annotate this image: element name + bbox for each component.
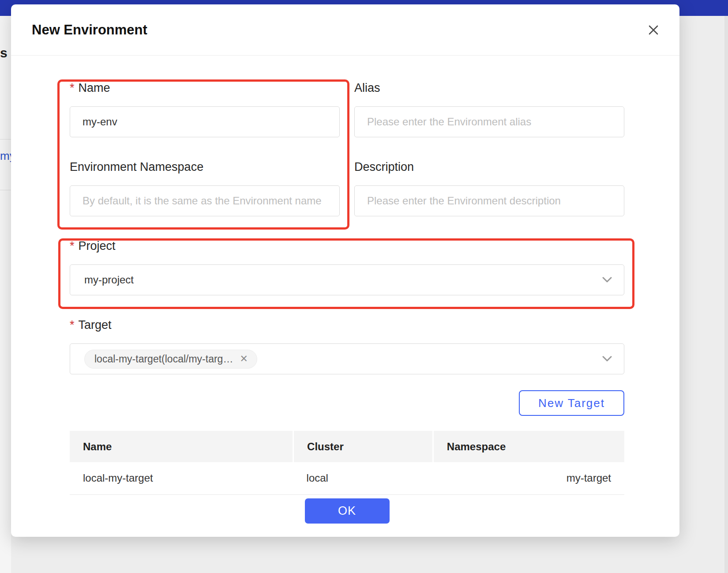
- modal-header: New Environment: [11, 4, 679, 56]
- chevron-down-icon: [602, 356, 612, 362]
- background-page: [0, 16, 11, 573]
- project-selected-value: my-project: [84, 274, 134, 286]
- target-label: *Target: [70, 318, 624, 332]
- modal-title: New Environment: [32, 22, 147, 38]
- required-asterisk: *: [70, 239, 75, 253]
- table-cell-cluster: local: [293, 462, 433, 494]
- modal-body: *Name Alias Environment Namespace Descri…: [11, 56, 679, 524]
- target-tag: local-my-target(local/my-targ… ✕: [84, 350, 257, 369]
- new-environment-modal: New Environment *Name Alias Environment …: [11, 4, 679, 537]
- new-target-button[interactable]: New Target: [519, 390, 624, 416]
- description-input[interactable]: [354, 185, 624, 216]
- chevron-down-icon: [602, 277, 612, 283]
- background-divider: [0, 190, 11, 190]
- target-tag-label: local-my-target(local/my-targ…: [94, 353, 233, 365]
- scrollbar[interactable]: [724, 16, 728, 573]
- table-cell-namespace: my-target: [433, 462, 624, 494]
- name-input[interactable]: [70, 106, 340, 137]
- environment-namespace-label-text: Environment Namespace: [70, 160, 203, 173]
- project-label: *Project: [70, 239, 624, 253]
- name-label-text: Name: [79, 81, 110, 94]
- description-field-group: Description: [354, 160, 624, 216]
- table-cell-name: local-my-target: [70, 462, 293, 494]
- actions-row: New Target: [70, 390, 624, 416]
- table-header-namespace: Namespace: [433, 431, 624, 462]
- table-header-row: Name Cluster Namespace: [70, 431, 624, 462]
- close-x-glyph: [647, 23, 660, 37]
- close-icon[interactable]: [646, 23, 661, 38]
- project-field-group: *Project my-project: [70, 239, 624, 295]
- alias-label-text: Alias: [354, 81, 380, 94]
- table-row: local-my-target local my-target: [70, 462, 624, 494]
- remove-tag-icon[interactable]: ✕: [240, 354, 248, 364]
- footer-row: OK: [70, 498, 624, 524]
- required-asterisk: *: [70, 81, 75, 94]
- ok-button[interactable]: OK: [305, 498, 390, 524]
- environment-namespace-label: Environment Namespace: [70, 160, 340, 174]
- background-partial-heading: s: [0, 45, 8, 60]
- project-label-text: Project: [79, 239, 116, 253]
- name-label: *Name: [70, 81, 340, 95]
- environment-namespace-input[interactable]: [70, 185, 340, 216]
- background-divider: [0, 139, 11, 139]
- description-label: Description: [354, 160, 624, 174]
- target-multiselect[interactable]: local-my-target(local/my-targ… ✕: [70, 343, 624, 374]
- alias-input[interactable]: [354, 106, 624, 137]
- required-asterisk: *: [70, 318, 75, 332]
- targets-table: Name Cluster Namespace local-my-target l…: [70, 431, 624, 495]
- environment-namespace-field-group: Environment Namespace: [70, 160, 340, 216]
- table-header-cluster: Cluster: [293, 431, 433, 462]
- project-select[interactable]: my-project: [70, 264, 624, 295]
- alias-field-group: Alias: [354, 81, 624, 137]
- target-field-group: *Target local-my-target(local/my-targ… ✕: [70, 318, 624, 374]
- target-label-text: Target: [79, 318, 112, 332]
- table-header-name: Name: [70, 431, 293, 462]
- name-field-group: *Name: [70, 81, 340, 137]
- alias-label: Alias: [354, 81, 624, 95]
- form-grid: *Name Alias Environment Namespace Descri…: [70, 81, 624, 216]
- description-label-text: Description: [354, 160, 414, 173]
